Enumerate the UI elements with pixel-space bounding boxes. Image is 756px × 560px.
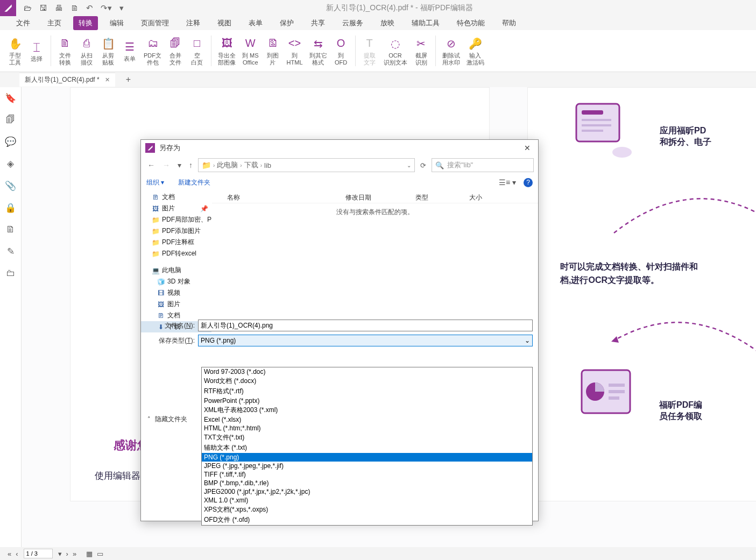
ribbon-表单[interactable]: ☰表单 (119, 32, 140, 69)
ribbon-到OFD[interactable]: O到 OFD (330, 32, 352, 69)
back-button[interactable]: ← (145, 159, 157, 172)
ribbon-到HTML[interactable]: <>到 HTML (284, 32, 306, 69)
ribbon-到其它格式[interactable]: ⇆到其它 格式 (306, 32, 330, 69)
single-view-icon[interactable]: ▭ (97, 550, 103, 558)
tree-item-图片[interactable]: 🖼图片 (141, 299, 211, 310)
ribbon-截屏识别[interactable]: ✂截屏 识别 (411, 32, 432, 69)
ribbon-空白页[interactable]: □空 白页 (186, 32, 208, 69)
rail-icon[interactable]: 📎 (5, 180, 16, 192)
close-tab-icon[interactable]: ✕ (105, 76, 110, 83)
last-page-button[interactable]: » (73, 550, 76, 558)
tree-item-3D 对象[interactable]: 🧊3D 对象 (141, 276, 211, 287)
rail-icon[interactable]: 🔒 (5, 202, 16, 214)
tree-item-PDF转excel[interactable]: 📁PDF转excel (141, 248, 211, 259)
hide-folders-button[interactable]: ˄ 隐藏文件夹 (147, 415, 187, 424)
ribbon-从扫描仪[interactable]: ⎙从扫 描仪 (76, 32, 97, 69)
ribbon-导出全部图像[interactable]: 🖼导出全 部图像 (215, 32, 239, 69)
tree-item-PDF局部加密、P[interactable]: 📁PDF局部加密、P (141, 214, 211, 225)
tree-item-PDF添加图片[interactable]: 📁PDF添加图片 (141, 225, 211, 237)
filetype-option[interactable]: PNG (*.png) (202, 453, 532, 462)
rail-icon[interactable]: 💬 (5, 136, 16, 147)
close-icon[interactable]: ✕ (521, 143, 534, 153)
ribbon-选择[interactable]: ⌶选择 (26, 32, 47, 69)
document-tab[interactable]: 新人引导(1)_OCR(4).pdf * ✕ (19, 73, 115, 87)
filetype-option[interactable]: JPEG2000 (*.jpf,*.jpx,*.jp2,*.j2k,*.jpc) (202, 487, 532, 496)
tree-item-图片[interactable]: 🖼图片📌 (141, 203, 211, 214)
menu-保护[interactable]: 保护 (274, 16, 299, 30)
thumb-view-icon[interactable]: ▦ (86, 550, 93, 558)
undo-icon[interactable]: ↶ (86, 3, 93, 13)
ribbon-合并文件[interactable]: 🗐合并 文件 (165, 32, 186, 69)
next-page-button[interactable]: › (66, 550, 68, 558)
view-button[interactable]: ☰≡ ▾ (499, 178, 516, 187)
ribbon-到 MSOffice[interactable]: W到 MS Office (239, 32, 262, 69)
new-tab-button[interactable]: + (126, 75, 131, 84)
ribbon-手型工具[interactable]: ✋手型 工具 (4, 32, 26, 69)
ribbon-到图片[interactable]: 🖻到图 片 (262, 32, 284, 69)
refresh-button[interactable]: ⟳ (418, 159, 428, 172)
filetype-option[interactable]: RTF格式(*.rtf) (202, 386, 532, 396)
page-input[interactable] (24, 549, 53, 558)
menu-放映[interactable]: 放映 (375, 16, 400, 30)
menu-页面管理[interactable]: 页面管理 (136, 16, 174, 30)
ribbon-删除试用水印[interactable]: ⊘删除试 用水印 (439, 32, 463, 69)
menu-视图[interactable]: 视图 (212, 16, 237, 30)
rail-icon[interactable]: 🗀 (6, 268, 15, 279)
open-icon[interactable]: 🗁 (24, 3, 32, 13)
ribbon-PDF文件包[interactable]: 🗂PDF文 件包 (140, 32, 165, 69)
menu-编辑[interactable]: 编辑 (104, 16, 129, 30)
filetype-option[interactable]: XML电子表格2003 (*.xml) (202, 405, 532, 415)
qat-more-icon[interactable]: ▾ (119, 3, 124, 13)
tree-item-文档[interactable]: 🖹文档 (141, 192, 211, 203)
filetype-option[interactable]: XML 1.0 (*.xml) (202, 496, 532, 505)
menu-共享[interactable]: 共享 (306, 16, 330, 30)
first-page-button[interactable]: « (8, 550, 11, 558)
tree-item-PDF注释框[interactable]: 📁PDF注释框 (141, 237, 211, 248)
filetype-option[interactable]: TIFF (*.tiff,*.tif) (202, 470, 532, 479)
menu-注释[interactable]: 注释 (181, 16, 206, 30)
history-dropdown[interactable]: ▾ (175, 159, 183, 172)
filename-input[interactable] (198, 320, 533, 331)
path-dropdown-icon[interactable]: ⌄ (407, 162, 411, 168)
page-icon[interactable]: 🗎 (70, 3, 79, 13)
filetype-option[interactable]: PowerPoint (*.pptx) (202, 396, 532, 405)
ribbon-文件转换[interactable]: 🗎文件 转换 (54, 32, 76, 69)
filetype-option[interactable]: Word 97-2003 (*.doc) (202, 367, 532, 376)
filetype-combobox[interactable]: PNG (*.png) ⌄ (198, 335, 533, 346)
path-bar[interactable]: 📁 › 此电脑 › 下载 › lib ⌄ (198, 158, 415, 172)
filetype-option[interactable]: TXT文件(*.txt) (202, 433, 532, 443)
filetype-option[interactable]: OFD文件 (*.ofd) (202, 515, 532, 525)
ribbon-OCR识别文本[interactable]: ◌OCR 识别文本 (380, 32, 411, 69)
help-button[interactable]: ? (524, 178, 533, 187)
breadcrumb[interactable]: 下载 (244, 160, 258, 170)
menu-辅助工具[interactable]: 辅助工具 (406, 16, 445, 30)
rail-icon[interactable]: ✎ (7, 246, 15, 257)
menu-表单[interactable]: 表单 (243, 16, 268, 30)
menu-转换[interactable]: 转换 (73, 16, 98, 30)
page-dropdown[interactable]: ▾ (58, 550, 62, 558)
filetype-option[interactable]: 辅助文本 (*.txt) (202, 443, 532, 453)
rail-icon[interactable]: 🗐 (6, 115, 15, 125)
menu-帮助[interactable]: 帮助 (497, 16, 521, 30)
menu-文件[interactable]: 文件 (11, 16, 36, 30)
ribbon-输入激活码[interactable]: 🔑输入 激活码 (463, 32, 487, 69)
filetype-option[interactable]: JPEG (*.jpg,*.jpeg,*.jpe,*.jif) (202, 462, 532, 470)
print-icon[interactable]: 🖶 (55, 3, 63, 13)
col-modified[interactable]: 修改日期 (341, 192, 411, 203)
rail-icon[interactable]: 🔖 (5, 93, 16, 104)
breadcrumb[interactable]: lib (264, 161, 271, 169)
organize-button[interactable]: 组织 ▾ (146, 178, 164, 187)
new-folder-button[interactable]: 新建文件夹 (178, 178, 210, 187)
menu-特色功能[interactable]: 特色功能 (451, 16, 490, 30)
up-button[interactable]: ↑ (187, 159, 195, 172)
filetype-option[interactable]: Word文档 (*.docx) (202, 376, 532, 386)
tree-item-此电脑[interactable]: 💻此电脑 (141, 265, 211, 276)
rail-icon[interactable]: ◈ (7, 158, 14, 169)
filetype-option[interactable]: BMP (*.bmp,*.dib,*.rle) (202, 479, 532, 487)
rail-icon[interactable]: 🗎 (6, 224, 15, 235)
prev-page-button[interactable]: ‹ (16, 550, 18, 558)
save-icon[interactable]: 🖫 (39, 3, 47, 13)
menu-主页[interactable]: 主页 (42, 16, 67, 30)
filetype-option[interactable]: Excel (*.xlsx) (202, 415, 532, 424)
tree-item-视频[interactable]: 🎞视频 (141, 287, 211, 299)
